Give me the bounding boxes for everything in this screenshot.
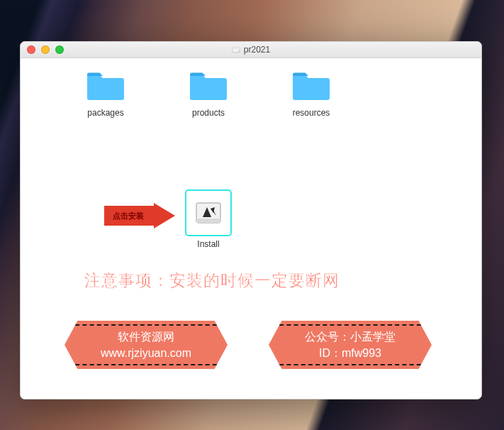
window-frame: pr2021 packages products <box>20 41 482 399</box>
badge-left-line1: 软件资源网 <box>118 329 174 345</box>
svg-rect-1 <box>233 48 240 49</box>
install-app[interactable]: Install <box>174 189 242 249</box>
titlebar[interactable]: pr2021 <box>21 42 481 58</box>
badge-right-line2: ID：mfw993 <box>319 345 381 361</box>
folder-label: resources <box>269 108 354 118</box>
finder-window: pr2021 packages products <box>20 41 482 399</box>
badge-left-line2: www.rjziyuan.com <box>101 345 191 361</box>
folder-icon <box>189 71 228 102</box>
zoom-button[interactable] <box>55 45 64 54</box>
close-button[interactable] <box>27 45 35 54</box>
svg-rect-4 <box>196 219 220 223</box>
minimize-button[interactable] <box>41 45 50 54</box>
folder-resources[interactable]: resources <box>269 71 354 118</box>
folder-label: products <box>166 108 251 118</box>
folder-label: packages <box>63 108 148 118</box>
traffic-lights <box>27 45 64 54</box>
folder-icon <box>291 71 331 102</box>
folder-products[interactable]: products <box>166 71 251 118</box>
badge-left: 软件资源网 www.rjziyuan.com <box>65 321 228 369</box>
window-title-text: pr2021 <box>244 45 270 55</box>
folder-packages[interactable]: packages <box>63 71 148 118</box>
svg-rect-0 <box>233 48 240 53</box>
install-app-icon <box>185 189 232 236</box>
disk-icon <box>232 45 240 54</box>
folder-icon <box>86 71 125 102</box>
notice-text: 注意事项：安装的时候一定要断网 <box>84 270 340 292</box>
click-install-arrow: 点击安装 <box>104 203 175 228</box>
arrow-label: 点击安装 <box>113 211 144 221</box>
badge-right: 公众号：小孟学堂 ID：mfw993 <box>269 321 432 369</box>
svg-point-2 <box>238 50 239 51</box>
install-label: Install <box>174 239 242 249</box>
window-content: packages products resources <box>21 58 481 399</box>
badge-right-line1: 公众号：小孟学堂 <box>305 329 396 345</box>
window-title: pr2021 <box>21 45 481 55</box>
